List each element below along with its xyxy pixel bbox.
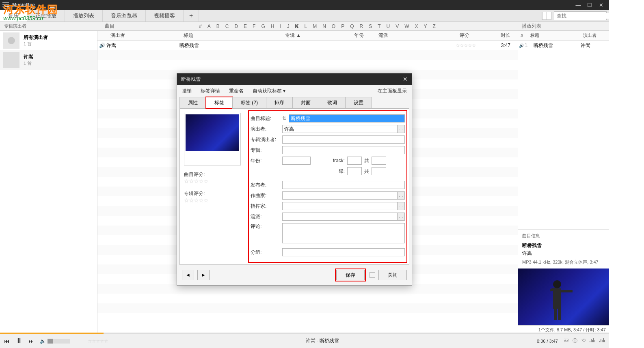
input-publisher[interactable] — [282, 181, 405, 189]
maximize-button[interactable]: ☐ — [584, 2, 595, 8]
prev-track-button[interactable]: ◄ — [182, 270, 194, 280]
search-box[interactable]: 🔍︎ — [554, 11, 607, 20]
dtab-tags2[interactable]: 标签 (2) — [232, 97, 266, 109]
volume-slider[interactable] — [48, 339, 70, 344]
input-genre[interactable] — [282, 213, 398, 221]
input-composer[interactable] — [282, 191, 398, 200]
tab-music-browser[interactable]: 音乐浏览器 — [103, 10, 146, 21]
panel-layout-button[interactable] — [542, 12, 551, 20]
toolbar-detail[interactable]: 标签详情 — [201, 88, 220, 95]
pcol-n[interactable]: # — [518, 33, 528, 38]
input-disc[interactable] — [347, 167, 362, 175]
lastfm-icon[interactable]: ⓛ — [573, 337, 577, 344]
playlist-row[interactable]: 🔊 1. 断桥残雪 许嵩 — [518, 41, 609, 50]
dialog-titlebar[interactable]: 断桥残雪 ✕ — [177, 73, 412, 85]
az-letter[interactable]: X — [415, 24, 418, 29]
close-button[interactable]: 关闭 — [378, 270, 407, 280]
visualizer-icon[interactable] — [590, 337, 595, 342]
next-button[interactable]: ⏭ — [28, 338, 34, 344]
az-letter[interactable]: # — [199, 24, 202, 29]
prev-button[interactable]: ⏮ — [4, 338, 10, 344]
toolbar-undo[interactable]: 撤销 — [182, 88, 192, 95]
az-letter[interactable]: L — [304, 24, 307, 29]
track-rating-stars[interactable]: ☆☆☆☆☆ — [184, 178, 245, 185]
pcol-artist[interactable]: 演出者 — [581, 32, 609, 39]
artist-row-all[interactable]: 所有演出者 1 首 — [0, 31, 97, 50]
tab-add[interactable]: + — [184, 10, 199, 21]
track-row[interactable]: 🔊 许嵩 断桥残雪 ☆☆☆☆☆ 3:47 — [97, 41, 518, 50]
album-art-large[interactable] — [518, 269, 609, 325]
input-grouping[interactable] — [282, 248, 405, 256]
col-artist[interactable]: 演出者 — [106, 32, 179, 39]
az-letter[interactable]: R — [360, 24, 363, 29]
input-year[interactable] — [282, 157, 311, 165]
col-album[interactable]: 专辑 ▲ — [281, 32, 350, 39]
dtab-properties[interactable]: 属性 — [179, 97, 206, 109]
pause-button[interactable]: ⏸ — [15, 337, 23, 345]
toolbar-auto-tag[interactable]: 自动获取标签 ▾ — [253, 88, 285, 95]
dialog-artwork[interactable] — [184, 113, 241, 165]
az-letter[interactable]: I — [280, 24, 281, 29]
minimize-button[interactable]: — — [573, 2, 584, 8]
toolbar-show-main[interactable]: 在主面板显示 — [378, 88, 407, 95]
az-letter[interactable]: S — [369, 24, 372, 29]
tab-video-podcast[interactable]: 视频播客 — [146, 10, 184, 21]
az-letter[interactable]: O — [332, 24, 335, 29]
az-letter[interactable]: J — [287, 24, 290, 29]
save-button[interactable]: 保存 — [336, 270, 365, 280]
dialog-close-icon[interactable]: ✕ — [403, 76, 408, 82]
az-letter[interactable]: W — [404, 24, 409, 29]
az-letter[interactable]: F — [253, 24, 255, 29]
input-track-total[interactable] — [372, 157, 386, 165]
input-album[interactable] — [282, 146, 405, 154]
next-track-button[interactable]: ► — [197, 270, 210, 280]
volume-control[interactable]: 🔈 — [40, 338, 70, 344]
pcol-title[interactable]: 标题 — [528, 32, 581, 39]
az-letter[interactable]: B — [216, 24, 220, 29]
rating-stars[interactable]: ☆☆☆☆☆ — [88, 338, 108, 344]
az-letter[interactable]: N — [322, 24, 326, 29]
az-letter[interactable]: Q — [350, 24, 354, 29]
eq-icon[interactable]: ⫔⫔ — [564, 337, 568, 344]
search-input[interactable] — [554, 13, 609, 19]
az-letter[interactable]: P — [341, 24, 344, 29]
more-conductor-button[interactable]: … — [398, 202, 405, 210]
az-letter[interactable]: U — [387, 24, 390, 29]
dtab-tags[interactable]: 标签 — [206, 97, 233, 109]
az-letter[interactable]: K — [295, 24, 299, 29]
az-letter[interactable]: M — [313, 24, 317, 29]
cell-rating[interactable]: ☆☆☆☆☆ — [456, 43, 494, 48]
dtab-settings[interactable]: 设置 — [345, 97, 372, 109]
dtab-artwork[interactable]: 封面 — [292, 97, 319, 109]
col-year[interactable]: 年份 — [350, 32, 374, 39]
input-disc-total[interactable] — [372, 167, 386, 175]
hamburger-icon[interactable] — [2, 2, 9, 7]
input-artist[interactable] — [282, 125, 398, 133]
az-letter[interactable]: A — [207, 24, 211, 29]
visualizer-icon[interactable] — [599, 337, 605, 342]
input-track[interactable] — [347, 157, 362, 165]
col-title[interactable]: 标题 — [179, 32, 281, 39]
az-letter[interactable]: Y — [424, 24, 427, 29]
col-duration[interactable]: 时长 — [494, 32, 514, 39]
toolbar-rename[interactable]: 重命名 — [229, 88, 244, 95]
artist-row[interactable]: 许嵩 1 首 — [0, 50, 97, 70]
input-conductor[interactable] — [282, 202, 398, 210]
tab-now-playing[interactable]: 正在播放 — [27, 10, 65, 21]
more-composer-button[interactable]: … — [398, 191, 405, 200]
input-comment[interactable] — [282, 223, 405, 243]
album-rating-stars[interactable]: ☆☆☆☆☆ — [184, 197, 245, 204]
close-button[interactable]: ✕ — [595, 2, 607, 8]
az-letter[interactable]: T — [378, 24, 380, 29]
input-album-artist[interactable] — [282, 135, 405, 144]
az-letter[interactable]: Z — [433, 24, 436, 29]
input-title[interactable] — [289, 114, 405, 122]
az-letter[interactable]: C — [225, 24, 229, 29]
az-letter[interactable]: G — [261, 24, 265, 29]
dtab-sort[interactable]: 排序 — [266, 97, 293, 109]
az-letter[interactable]: H — [271, 24, 274, 29]
tab-music[interactable]: 音乐 — [0, 10, 27, 21]
dtab-lyrics[interactable]: 歌词 — [319, 97, 346, 109]
save-checkbox[interactable] — [370, 272, 375, 278]
swap-icon[interactable]: ⇅ — [282, 116, 286, 121]
